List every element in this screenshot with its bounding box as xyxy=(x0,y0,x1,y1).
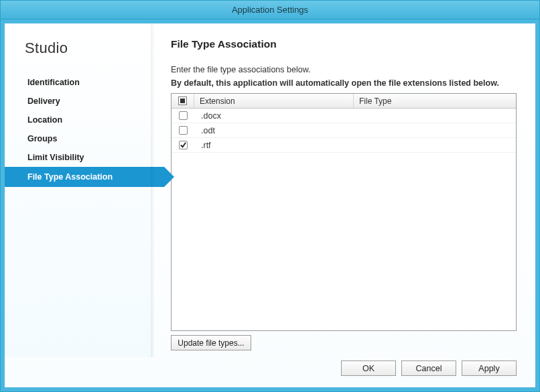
file-type-table: Extension File Type .docx .odt xyxy=(171,93,517,331)
column-filetype[interactable]: File Type xyxy=(354,94,516,108)
content-area: Studio Identification Delivery Location … xyxy=(5,23,535,387)
window-frame: Application Settings Studio Identificati… xyxy=(0,0,540,392)
window-title: Application Settings xyxy=(232,5,308,15)
page-title: File Type Association xyxy=(171,38,517,50)
content-border: Studio Identification Delivery Location … xyxy=(1,19,539,391)
sidebar: Studio Identification Delivery Location … xyxy=(5,23,153,357)
extension-cell: .odt xyxy=(194,126,354,135)
sidebar-item-location[interactable]: Location xyxy=(5,111,153,129)
sidebar-item-identification[interactable]: Identification xyxy=(5,73,153,92)
select-all-header[interactable] xyxy=(172,94,194,108)
table-header: Extension File Type xyxy=(172,94,516,109)
extension-cell: .docx xyxy=(194,111,354,121)
sidebar-item-groups[interactable]: Groups xyxy=(5,129,153,148)
table-row[interactable]: .odt xyxy=(172,123,516,138)
title-bar: Application Settings xyxy=(1,1,539,19)
row-checkbox[interactable] xyxy=(179,126,188,135)
sidebar-item-delivery[interactable]: Delivery xyxy=(5,92,153,111)
column-extension[interactable]: Extension xyxy=(194,94,354,108)
ok-button[interactable]: OK xyxy=(341,361,396,376)
apply-button[interactable]: Apply xyxy=(462,361,517,376)
sidebar-item-file-type-association[interactable]: File Type Association xyxy=(5,167,164,187)
table-row[interactable]: .rtf xyxy=(172,138,516,153)
instruction-text-1: Enter the file type associations below. xyxy=(171,65,517,74)
main-panel: File Type Association Enter the file typ… xyxy=(153,23,535,357)
instruction-text-2: By default, this application will automa… xyxy=(171,78,517,88)
extension-cell: .rtf xyxy=(194,141,354,150)
table-row[interactable]: .docx xyxy=(172,109,516,123)
cancel-button[interactable]: Cancel xyxy=(401,361,456,376)
update-file-types-button[interactable]: Update file types... xyxy=(171,335,251,350)
tri-state-checkbox-icon xyxy=(178,96,187,105)
sidebar-item-limit-visibility[interactable]: Limit Visibility xyxy=(5,148,153,167)
row-checkbox[interactable] xyxy=(179,141,188,149)
row-checkbox[interactable] xyxy=(179,111,188,120)
dialog-footer: OK Cancel Apply xyxy=(5,357,535,387)
nav-list: Identification Delivery Location Groups … xyxy=(5,73,153,187)
studio-heading: Studio xyxy=(5,40,153,73)
